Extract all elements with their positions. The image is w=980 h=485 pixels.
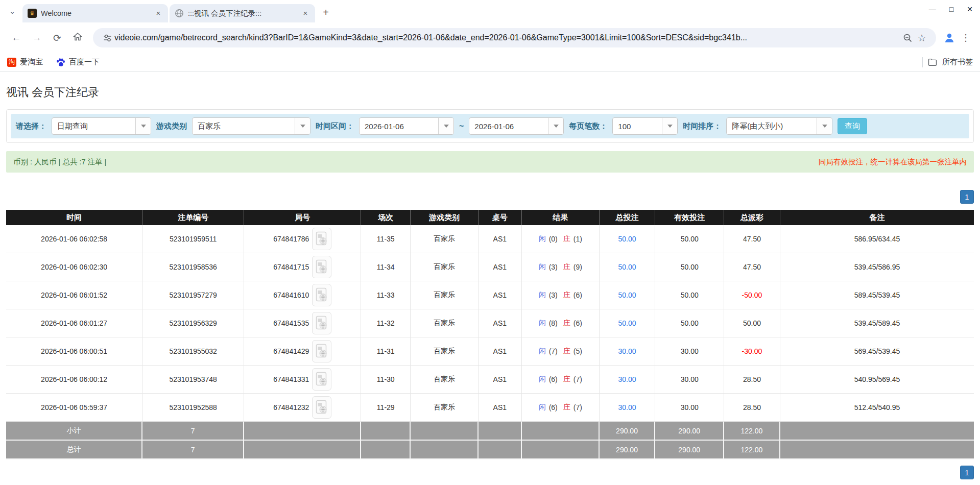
- cell-session: 11-34: [361, 253, 411, 281]
- minimize-button[interactable]: —: [929, 5, 936, 13]
- cell-game-kind: 百家乐: [411, 337, 479, 366]
- maximize-button[interactable]: □: [949, 5, 953, 13]
- address-bar[interactable]: videoie.com/game/betrecord_search/kind3?…: [93, 28, 936, 47]
- all-bookmarks-label: 所有书签: [942, 57, 973, 67]
- column-header: 场次: [361, 210, 411, 225]
- chevron-down-icon[interactable]: [135, 118, 151, 134]
- result-player: 闲: [539, 319, 546, 328]
- footer-count: 7: [142, 422, 244, 441]
- zoom-out-icon[interactable]: [900, 31, 915, 45]
- footer-total-bet: 290.00: [600, 441, 656, 459]
- result-banker-score: (7): [573, 403, 582, 411]
- forward-icon[interactable]: →: [28, 29, 45, 46]
- cell-round-id: 674841610: [244, 281, 361, 309]
- footer-label: 小计: [6, 422, 142, 441]
- bookmark-baidu[interactable]: 百度一下: [56, 57, 100, 67]
- cell-total-bet[interactable]: 30.00: [600, 394, 656, 422]
- round-number: 674841786: [273, 235, 309, 243]
- per-page-select[interactable]: 100: [612, 117, 678, 135]
- result-banker: 庄: [563, 290, 570, 300]
- page-number-button[interactable]: 1: [960, 190, 974, 204]
- cell-note: 539.45/586.95: [780, 253, 974, 281]
- sort-select[interactable]: 降幂(由大到小): [726, 117, 832, 135]
- cell-table-no: AS1: [479, 366, 522, 394]
- table-row: 2026-01-06 06:00:51523101955032674841429…: [6, 337, 974, 366]
- bookmark-aitaobao[interactable]: 淘 爱淘宝: [7, 57, 43, 67]
- tab-strip: ⌄ ♛ Welcome × :::视讯 会员下注纪录::: × + — □ ✕: [0, 0, 980, 22]
- cell-note: 540.95/569.45: [780, 366, 974, 394]
- cell-table-no: AS1: [479, 394, 522, 422]
- footer-empty-cell: [780, 441, 974, 459]
- chevron-down-icon[interactable]: [438, 118, 453, 134]
- query-type-select[interactable]: 日期查询: [52, 117, 151, 135]
- tab-close-icon[interactable]: ×: [154, 9, 163, 18]
- reload-icon[interactable]: ⟳: [49, 29, 66, 46]
- round-number: 674841429: [273, 347, 309, 355]
- footer-empty-cell: [479, 441, 522, 459]
- video-replay-button[interactable]: [312, 228, 331, 250]
- sort-value: 降幂(由大到小): [727, 118, 817, 134]
- bookmark-star-icon[interactable]: ☆: [915, 31, 929, 45]
- cell-session: 11-35: [361, 225, 411, 253]
- query-button[interactable]: 查询: [838, 118, 867, 134]
- back-icon[interactable]: ←: [8, 29, 25, 46]
- cell-total-bet[interactable]: 30.00: [600, 337, 656, 366]
- date-end-select[interactable]: 2026-01-06: [469, 117, 564, 135]
- chevron-down-icon[interactable]: [295, 118, 310, 134]
- footer-empty-cell: [780, 422, 974, 441]
- close-window-button[interactable]: ✕: [967, 5, 973, 13]
- per-page-value: 100: [613, 118, 662, 134]
- cell-valid-bet: 50.00: [655, 225, 724, 253]
- cell-total-bet[interactable]: 50.00: [600, 281, 656, 309]
- tab-close-icon[interactable]: ×: [301, 9, 310, 18]
- profile-avatar[interactable]: [941, 30, 958, 46]
- cell-session: 11-32: [361, 309, 411, 337]
- cell-time: 2026-01-06 06:00:51: [6, 337, 142, 366]
- chevron-down-icon[interactable]: [548, 118, 563, 134]
- new-tab-button[interactable]: +: [319, 5, 333, 19]
- column-header: 备注: [780, 210, 974, 225]
- chevron-down-icon[interactable]: [817, 118, 832, 134]
- video-replay-button[interactable]: [312, 396, 331, 419]
- video-replay-button[interactable]: [312, 256, 331, 278]
- cell-total-bet[interactable]: 50.00: [600, 309, 656, 337]
- cell-total-bet[interactable]: 30.00: [600, 366, 656, 394]
- cell-round-id: 674841715: [244, 253, 361, 281]
- select-type-label: 请选择：: [16, 122, 46, 131]
- home-icon[interactable]: [69, 29, 86, 46]
- result-player-score: (6): [549, 375, 558, 383]
- result-player-score: (3): [549, 291, 558, 299]
- cell-total-bet[interactable]: 50.00: [600, 253, 656, 281]
- game-kind-select[interactable]: 百家乐: [192, 117, 310, 135]
- tab-bet-record[interactable]: :::视讯 会员下注纪录::: ×: [170, 4, 315, 22]
- site-settings-icon[interactable]: [100, 31, 114, 45]
- video-replay-button[interactable]: [312, 284, 331, 306]
- result-banker: 庄: [563, 347, 570, 356]
- cell-round-id: 674841429: [244, 337, 361, 366]
- date-end-value: 2026-01-06: [469, 118, 548, 134]
- cell-total-bet[interactable]: 50.00: [600, 225, 656, 253]
- cell-game-kind: 百家乐: [411, 309, 479, 337]
- cell-valid-bet: 30.00: [655, 366, 724, 394]
- all-bookmarks[interactable]: 所有书签: [922, 57, 973, 67]
- tab-welcome[interactable]: ♛ Welcome ×: [22, 4, 168, 22]
- video-replay-button[interactable]: [312, 368, 331, 391]
- filter-strip: 请选择： 日期查询 游戏类别 百家乐 时间区间： 2026-01-06 ~ 20…: [11, 114, 969, 138]
- url-text[interactable]: videoie.com/game/betrecord_search/kind3?…: [114, 33, 900, 42]
- footer-count: 7: [142, 441, 244, 459]
- page-number-button[interactable]: 1: [960, 466, 974, 479]
- tab-list-chevron-icon[interactable]: ⌄: [5, 4, 19, 18]
- cell-payout: 47.50: [724, 253, 780, 281]
- video-replay-button[interactable]: [312, 340, 331, 362]
- chevron-down-icon[interactable]: [662, 118, 677, 134]
- cell-result: 闲(3)庄(9): [522, 253, 600, 281]
- date-start-select[interactable]: 2026-01-06: [359, 117, 454, 135]
- cell-note: 569.45/539.45: [780, 337, 974, 366]
- film-icon: [316, 400, 328, 415]
- result-banker-score: (9): [573, 263, 582, 271]
- bookmark-label: 爱淘宝: [20, 57, 43, 67]
- folder-icon: [928, 58, 937, 66]
- query-type-value: 日期查询: [52, 118, 135, 134]
- video-replay-button[interactable]: [312, 312, 331, 334]
- browser-menu-kebab-icon[interactable]: ⋮: [958, 30, 974, 46]
